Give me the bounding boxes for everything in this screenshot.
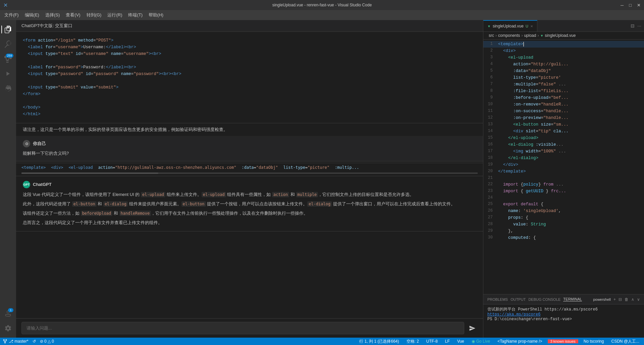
code-line-14: 14 <div slot="tip" cla... — [483, 128, 644, 135]
account-badge: 1 — [8, 308, 13, 312]
close-button[interactable]: ✕ — [637, 3, 641, 8]
output-tab[interactable]: OUTPUT — [511, 297, 526, 301]
code-line-18: 18 </el-dialog> — [483, 155, 644, 161]
unsaved-indicator: U — [526, 24, 528, 28]
explorer-icon[interactable] — [1, 23, 15, 36]
code-line-20: 20 </template> — [483, 168, 644, 175]
go-live-status[interactable]: ◉ Go Live — [470, 339, 492, 344]
breadcrumb-upload[interactable]: upload — [524, 33, 536, 38]
new-terminal-icon[interactable]: + — [613, 297, 616, 302]
breadcrumb-sep2: › — [521, 33, 523, 38]
ai-message-header: GPT ChatGPT — [23, 181, 476, 188]
template-bar-container: <template> <div> <el-upload action="http… — [16, 161, 483, 176]
tmpl-multiple: :multip... — [335, 165, 359, 170]
vscode-logo: ✕ — [3, 2, 8, 8]
split-editor-icon[interactable]: ⊟ — [631, 23, 635, 28]
window-controls[interactable]: ─ □ ✕ — [621, 3, 641, 8]
minimize-button[interactable]: ─ — [621, 3, 624, 8]
go-live-dot: ◉ — [472, 339, 475, 344]
code-line-30: 30 computed: { — [483, 234, 644, 241]
breadcrumb-components[interactable]: components — [498, 33, 520, 38]
code-line-7: 7 :multiple="false" ... — [483, 81, 644, 88]
more-actions-icon[interactable]: ··· — [637, 23, 641, 28]
main-layout: 259 1 ChatGPT中文版: 交互窗口 <form action="/lo… — [0, 20, 644, 338]
trash-icon[interactable]: 🗑 — [625, 297, 629, 302]
template-scrollbar-thumb[interactable] — [21, 172, 158, 174]
breadcrumb-src[interactable]: src — [489, 33, 494, 38]
menu-select[interactable]: 选择(S) — [43, 11, 62, 19]
tmpl-div: <div> — [51, 165, 63, 170]
git-branch-status[interactable]: ⎇ master* — [3, 339, 29, 344]
menu-help[interactable]: 帮助(H) — [146, 11, 166, 19]
template-scrollbar[interactable] — [21, 172, 478, 174]
language-mode-status[interactable]: Vue — [455, 339, 466, 344]
problems-tab[interactable]: PROBLEMS — [487, 297, 508, 301]
line-ending-status[interactable]: LF — [443, 339, 452, 344]
tag-name-status[interactable]: <TagName prop-name /> — [495, 339, 544, 344]
breadcrumb-filename[interactable]: singleUpload.vue — [545, 33, 576, 38]
split-terminal-icon[interactable]: ⊟ — [619, 297, 622, 302]
user-message-text: 能解释一下它的含义吗? — [23, 150, 476, 157]
terminal-tab-active[interactable]: TERMINAL — [563, 297, 582, 301]
cursor-position-status[interactable]: 行 1, 列 1 (已选择664) — [357, 339, 401, 344]
menu-terminal[interactable]: 终端(T) — [125, 11, 145, 19]
menu-file[interactable]: 文件(F) — [2, 11, 21, 19]
encoding-status[interactable]: UTF-8 — [424, 339, 440, 344]
send-button[interactable] — [467, 323, 478, 334]
source-control-icon[interactable]: 259 — [1, 52, 15, 66]
notice-text: 请注意，这只是一个简单的示例，实际的登录页面应该包含更多的安全措施，例如验证码和… — [16, 123, 483, 136]
errors-warnings-status[interactable]: ⊘ 0 △ 0 — [40, 339, 54, 344]
chevron-down-icon[interactable]: ∨ — [637, 297, 640, 302]
code-line-24: 24 — [483, 195, 644, 201]
source-control-badge: 259 — [6, 54, 13, 58]
ts-scoring-status[interactable]: No tscoring — [582, 339, 606, 344]
tmpl-list-type: list-type="picture" — [283, 165, 329, 170]
user-message-header: ⊙ 你自己 — [23, 140, 476, 147]
code-line-25: 25 export default { — [483, 201, 644, 208]
chevron-up-icon[interactable]: ∧ — [631, 297, 634, 302]
code-line-22: 22 import {policy} from ... — [483, 181, 644, 188]
known-issues-status[interactable]: 3 known issues — [548, 339, 578, 343]
menu-run[interactable]: 运行(R) — [105, 11, 125, 19]
terminal-powershell-label: powershell — [593, 297, 611, 301]
code-line-15: 15 </el-upload> — [483, 135, 644, 141]
search-icon[interactable] — [1, 38, 15, 51]
breadcrumb: src › components › upload › ▼ singleUplo… — [483, 32, 644, 40]
code-line-6: 6 list-type="picture' — [483, 74, 644, 81]
terminal-link[interactable]: https://aka.ms/pscore6 — [487, 312, 540, 317]
terminal-header: PROBLEMS OUTPUT DEBUG CONSOLE TERMINAL p… — [483, 294, 644, 304]
debug-console-tab[interactable]: DEBUG CONSOLE — [528, 297, 560, 301]
user-name: 你自己 — [33, 141, 46, 147]
account-icon[interactable]: 1 — [1, 307, 15, 320]
menu-view[interactable]: 查看(V) — [63, 11, 83, 19]
chat-input[interactable] — [21, 322, 464, 334]
terminal-line-1: 尝试新的跨平台 PowerShell https://aka.ms/pscore… — [487, 306, 640, 317]
csdn-info-status[interactable]: CSDN @人工... — [609, 339, 641, 344]
code-line-27: 27 props: { — [483, 214, 644, 221]
editor-code[interactable]: 1 <template> 2 <div> 3 <el-upload 4 acti… — [483, 40, 644, 294]
tmpl-action: action="http://gulimall-awz.oss-cn-shenz… — [98, 165, 236, 170]
settings-icon[interactable] — [1, 322, 15, 335]
run-icon[interactable] — [1, 67, 15, 80]
code-line-2: 2 <div> — [483, 48, 644, 54]
sync-status[interactable]: ↺ — [33, 339, 36, 344]
menu-goto[interactable]: 转到(G) — [84, 11, 104, 19]
terminal-body: 尝试新的跨平台 PowerShell https://aka.ms/pscore… — [483, 304, 644, 338]
activity-bar: 259 1 — [0, 20, 16, 338]
editor-tab-singleupload[interactable]: ▼ singleUpload.vue U ✕ — [483, 20, 537, 31]
code-line-28: 28 value: String — [483, 221, 644, 228]
status-bar: ⎇ master* ↺ ⊘ 0 △ 0 行 1, 列 1 (已选择664) 空格… — [0, 338, 644, 345]
chat-content[interactable]: <form action="/login" method="POST"> <la… — [16, 32, 483, 318]
terminal-icons: powershell + ⊟ 🗑 ∧ ∨ — [593, 297, 640, 302]
editor-tab-icons: ⊟ ··· — [628, 20, 644, 31]
menu-edit[interactable]: 编辑(E) — [22, 11, 42, 19]
extensions-icon[interactable] — [1, 82, 15, 95]
tab-close-icon[interactable]: ✕ — [530, 24, 533, 28]
breadcrumb-vue-icon: ▼ — [540, 34, 543, 38]
indent-status[interactable]: 空格: 2 — [405, 339, 421, 344]
code-line-26: 26 name: 'singleUpload', — [483, 208, 644, 214]
maximize-button[interactable]: □ — [629, 3, 632, 8]
title-bar-left: ✕ — [3, 2, 8, 8]
code-line-17: 17 <img width="100%" ... — [483, 148, 644, 155]
code-line-11: 11 :on-success="handle... — [483, 108, 644, 115]
